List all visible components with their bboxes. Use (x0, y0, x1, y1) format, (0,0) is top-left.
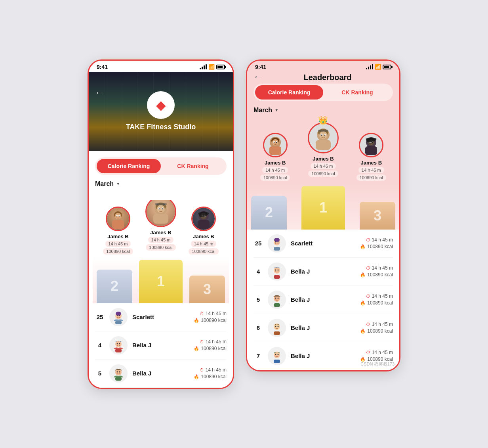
leaderboard-list-right: 25 Scarlett (247, 230, 399, 370)
player-kcal-2nd-left: 100890 kcal (103, 248, 133, 255)
svg-point-34 (115, 341, 122, 347)
player-name-1st-right: James B (313, 156, 334, 162)
time-left: 9:41 (97, 64, 108, 70)
clock-icon: ⏱ (366, 266, 370, 270)
leaderboard-list-left: 25 Sca (89, 303, 233, 388)
svg-rect-93 (274, 360, 280, 363)
clock-icon: ⏱ (200, 311, 204, 316)
svg-point-72 (274, 238, 280, 242)
list-stats-r-bella4: ⏱ 14 h 45 m 🔥 100890 kcal (360, 350, 393, 362)
avatar-photo-2nd-right (264, 134, 286, 156)
r-bella4-icon (268, 347, 286, 365)
fire-icon: 🔥 (360, 329, 366, 334)
player-time-3rd-left: 14 h 45 m (191, 241, 217, 247)
back-button-left[interactable]: ← (95, 88, 104, 98)
status-bar-left: 9:41 📶 (89, 61, 233, 72)
month-label-left: March (95, 180, 114, 188)
list-stats-r-bella3: ⏱ 14 h 45 m 🔥 100890 kcal (360, 322, 393, 334)
podium-blocks-left: 2 1 3 (93, 256, 229, 303)
month-selector-left[interactable]: March ▼ (95, 180, 227, 188)
player-time-3rd-right: 14 h 45 m (358, 167, 384, 173)
avatar-2nd-left (106, 207, 130, 231)
svg-point-81 (275, 297, 276, 299)
tab-ck-left[interactable]: CK Ranking (161, 159, 225, 173)
player-name-2nd-right: James B (265, 160, 286, 166)
podium-players-right: James B 14 h 45 m 100890 kcal 👑 (247, 126, 399, 182)
list-name-r-bella2: Bella J (291, 296, 355, 303)
list-stat-kcal-bella1: 🔥 100890 kcal (194, 346, 227, 351)
list-rank: 4 (254, 268, 263, 275)
gym-logo-icon: ◆ (156, 98, 166, 113)
month-selector-right[interactable]: March ▼ (254, 107, 393, 114)
list-avatar-bella1 (109, 336, 128, 354)
fire-icon: 🔥 (360, 301, 366, 306)
svg-point-76 (275, 269, 276, 270)
svg-rect-2 (112, 220, 124, 229)
podium-section-left: James B 14 h 45 m 100890 kcal 👑 (89, 200, 233, 303)
list-name-r-scarlett: Scarlett (291, 240, 355, 247)
list-avatar-r-bella4 (268, 347, 286, 365)
fire-icon: 🔥 (194, 318, 199, 323)
svg-point-67 (372, 142, 373, 142)
stat-kcal-value: 100890 kcal (201, 374, 227, 379)
list-item: 25 Scarlett (254, 230, 393, 258)
player-name-1st-left: James B (150, 230, 171, 235)
list-stats-r-bella1: ⏱ 14 h 45 m 🔥 100890 kcal (360, 265, 393, 278)
svg-rect-10 (153, 214, 168, 224)
list-rank: 7 (254, 352, 263, 359)
player-card-1st-right: 👑 (299, 123, 347, 178)
list-stats-r-bella2: ⏱ 14 h 45 m 🔥 100890 kcal (360, 293, 393, 306)
avatar-photo-1st (147, 200, 175, 226)
svg-point-82 (278, 297, 279, 299)
podium-blocks-right: 2 1 3 (247, 182, 399, 230)
list-stats-r-scarlett: ⏱ 14 h 45 m 🔥 100890 kcal (360, 237, 393, 249)
list-name-r-bella4: Bella J (291, 352, 355, 359)
avatar-3rd-right (359, 133, 383, 157)
list-item: 6 Bella J (254, 314, 393, 342)
stat-time: 14 h 45 m (372, 350, 393, 355)
list-avatar-r-scarlett (268, 234, 286, 253)
gym-header: ← ◆ TAKE Fitness Studio (89, 72, 233, 151)
player-card-1st-left: 👑 (139, 200, 182, 252)
svg-point-85 (274, 324, 280, 330)
svg-rect-53 (316, 140, 331, 150)
svg-point-15 (162, 208, 163, 209)
gym-logo: ◆ (147, 91, 175, 119)
month-label-right: March (254, 107, 272, 114)
player-card-2nd-right: James B 14 h 45 m 100890 kcal (251, 133, 299, 182)
ranking-section-left: Calorie Ranking CK Ranking March ▼ (89, 151, 233, 200)
list-name-bella1: Bella J (132, 342, 189, 348)
player-name-3rd-right: James B (361, 160, 382, 166)
list-rank: 25 (95, 314, 105, 320)
list-rank: 25 (254, 240, 263, 247)
svg-point-6 (116, 215, 117, 216)
svg-point-31 (116, 312, 121, 316)
avatar-2nd-right (263, 133, 288, 157)
tab-calorie-left[interactable]: Calorie Ranking (97, 159, 161, 173)
clock-icon: ⏱ (366, 350, 370, 355)
avatar-1st-left: 👑 (145, 200, 176, 227)
list-stat-time-bella1: ⏱ 14 h 45 m (200, 339, 227, 345)
podium-block-3: 3 (189, 276, 225, 303)
list-avatar-r-bella2 (268, 291, 286, 309)
svg-point-77 (278, 269, 279, 270)
status-icons-left: 📶 (200, 64, 225, 70)
wifi-icon: 📶 (208, 64, 215, 70)
svg-rect-42 (115, 377, 122, 381)
back-button-right[interactable]: ← (254, 72, 262, 82)
svg-point-92 (278, 354, 279, 355)
bella1-avatar-icon (109, 336, 128, 354)
svg-rect-32 (115, 321, 122, 324)
svg-point-7 (119, 215, 120, 216)
svg-point-35 (117, 343, 118, 344)
fire-icon: 🔥 (194, 346, 199, 351)
ranking-tabs-left: Calorie Ranking CK Ranking (95, 157, 227, 175)
player-time-1st-right: 14 h 45 m (311, 163, 336, 169)
list-rank: 5 (254, 296, 263, 303)
list-stat-kcal-bella2: 🔥 100890 kcal (194, 374, 227, 379)
list-stats-scarlett: ⏱ 14 h 45 m 🔥 100890 kcal (194, 311, 227, 323)
svg-rect-83 (274, 303, 280, 307)
svg-rect-78 (274, 275, 280, 279)
list-name-bella2: Bella J (132, 370, 189, 377)
bella2-avatar-icon (109, 364, 128, 383)
